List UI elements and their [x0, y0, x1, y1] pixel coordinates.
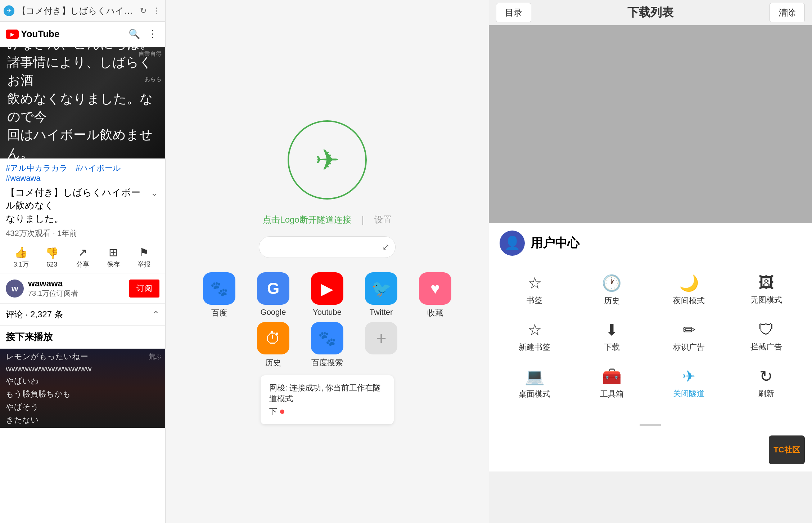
feature-new-bookmark[interactable]: ☆ 新建书签 [500, 317, 570, 356]
youtube-menu-icon[interactable]: ⋮ [146, 26, 159, 42]
favorites-label: 收藏 [427, 308, 443, 318]
center-links: 点击Logo断开隧道连接 ｜ 设置 [263, 214, 391, 225]
refresh-label: 刷新 [758, 388, 774, 399]
icon-favorites[interactable]: ♥ 收藏 [414, 272, 457, 318]
youtube-next-label: 接下来播放 [0, 326, 165, 349]
feature-refresh[interactable]: ↻ 刷新 [731, 363, 802, 403]
user-avatar: 👤 [500, 231, 525, 256]
youtube-label: Youtube [313, 308, 342, 317]
desktop-mode-icon: 💻 [525, 367, 545, 386]
youtube-dislike-button[interactable]: 👎 623 [36, 247, 67, 268]
telegram-circle-logo[interactable]: ✈ [288, 120, 367, 200]
download-icon: ⬇ [605, 321, 618, 339]
icon-baidu-search[interactable]: 🐾 百度搜索 [306, 322, 349, 368]
disconnect-link[interactable]: 点击Logo断开隧道连接 [263, 214, 351, 225]
feature-download[interactable]: ⬇ 下载 [577, 317, 647, 356]
user-header: 👤 用户中心 [500, 231, 801, 256]
baidu-search-icon-circle: 🐾 [311, 322, 343, 354]
download-label: 下载 [604, 342, 620, 353]
youtube-save-button[interactable]: ⊞ 保存 [98, 246, 128, 269]
new-bookmark-icon: ☆ [528, 321, 542, 339]
icon-youtube[interactable]: ▶ Youtube [306, 272, 349, 318]
youtube-search-icon[interactable]: 🔍 [126, 26, 142, 42]
next-caption-1: レモンがもったいねー [6, 351, 159, 362]
youtube-report-button[interactable]: ⚑ 举报 [129, 246, 159, 269]
desktop-mode-label: 桌面模式 [519, 389, 550, 399]
dislike-icon: 👎 [45, 247, 59, 259]
center-search-bar[interactable]: ⤢ [259, 236, 396, 258]
next-caption-4: もう勝負勝ちかも [6, 389, 159, 399]
download-list-title: 下载列表 [531, 5, 770, 21]
mark-ad-icon: ✏ [682, 321, 696, 339]
youtube-title-expand[interactable]: ⌄ [149, 187, 159, 200]
next-caption-3: やばいわ [6, 376, 159, 386]
right-top-bar: 目录 下载列表 清除 [489, 0, 812, 25]
icon-google[interactable]: G Google [252, 272, 295, 318]
add-icon-circle: + [365, 322, 397, 354]
link-divider: ｜ [358, 214, 367, 225]
youtube-logo-icon: ▶ [6, 30, 19, 39]
subscribe-button[interactable]: 订阅 [129, 280, 159, 298]
history-label: 历史 [604, 295, 620, 306]
icon-twitter[interactable]: 🐦 Twitter [360, 272, 403, 318]
channel-subs: 73.1万位订阅者 [28, 289, 125, 298]
channel-avatar: w [6, 280, 24, 298]
history-label: 历史 [265, 357, 281, 368]
next-caption-2: wwwwwwwwwwwwwww [6, 364, 159, 374]
youtube-channel: w wawawa 73.1万位订阅者 订阅 [0, 273, 165, 304]
history-icon: 🕐 [602, 274, 622, 292]
feature-no-image-mode[interactable]: 🖼 无图模式 [731, 270, 802, 310]
youtube-actions: 👍 3.1万 👎 623 ↗ 分享 ⊞ 保存 ⚑ 举报 [0, 242, 165, 273]
youtube-share-button[interactable]: ↗ 分享 [67, 246, 98, 269]
status-char: 下 [269, 406, 277, 417]
center-logo-area: ✈ 点击Logo断开隧道连接 ｜ 设置 ⤢ 🐾 百度 G [183, 0, 471, 523]
feature-grid: ☆ 书签 🕐 历史 🌙 夜间模式 🖼 无图模式 ☆ 新建书签 ⬇ [500, 267, 801, 407]
settings-link[interactable]: 设置 [374, 214, 392, 225]
feature-night-mode[interactable]: 🌙 夜间模式 [654, 270, 724, 310]
icon-add[interactable]: + [360, 322, 403, 368]
refresh-button[interactable]: ↻ [139, 5, 148, 17]
feature-bookmarks[interactable]: ☆ 书签 [500, 270, 570, 310]
youtube-tags: #アル中カラカラ #ハイボール #wawawa [0, 158, 165, 186]
youtube-video-area[interactable]: 草 えー だろうな やったー みなさん、こんにちは。諸事情により、しばらくお酒飲… [0, 47, 165, 158]
twitter-label: Twitter [370, 308, 393, 317]
telegram-plane-icon: ✈ [315, 143, 339, 177]
youtube-caption-main: みなさん、こんにちは。諸事情により、しばらくお酒飲めなくなりました。なので今回は… [7, 47, 158, 158]
channel-info: wawawa 73.1万位订阅者 [28, 278, 125, 298]
feature-close-tunnel[interactable]: ✈ 关闭隧道 [654, 363, 724, 403]
icon-baidu[interactable]: 🐾 百度 [198, 272, 241, 318]
browser-menu-button[interactable]: ⋮ [151, 5, 162, 17]
youtube-watermark: 自業自得 [139, 50, 162, 58]
browser-bar: ✈ 【コメ付き】しばらくハイボール飲めな ↻ ⋮ [0, 0, 165, 22]
url-bar[interactable]: 【コメ付き】しばらくハイボール飲めな [17, 5, 136, 17]
bookmarks-icon: ☆ [528, 274, 542, 292]
comments-label: 评论 · 2,327 条 [6, 309, 63, 320]
bottom-dash [640, 424, 661, 426]
youtube-corner-text: あらら [144, 76, 162, 83]
comments-expand-icon[interactable]: ⌃ [152, 309, 159, 319]
telegram-icon: ✈ [4, 5, 14, 16]
youtube-views: 432万次观看 · 1年前 [0, 225, 165, 242]
status-row: 下 [269, 406, 385, 417]
feature-block-ad[interactable]: 🛡 拦截广告 [731, 317, 802, 356]
clear-button[interactable]: 清除 [770, 3, 805, 22]
search-expand-icon[interactable]: ⤢ [382, 242, 389, 252]
dir-button[interactable]: 目录 [496, 3, 531, 22]
youtube-logo[interactable]: ▶ YouTube [6, 28, 59, 40]
feature-history[interactable]: 🕐 历史 [577, 270, 647, 310]
new-bookmark-label: 新建书签 [519, 342, 550, 353]
feature-toolbox[interactable]: 🧰 工具箱 [577, 363, 647, 403]
block-ad-icon: 🛡 [758, 321, 774, 339]
right-panel: 目录 下载列表 清除 👤 用户中心 ☆ 书签 🕐 历史 🌙 夜间模 [489, 0, 812, 523]
youtube-icon-circle: ▶ [311, 272, 343, 305]
icon-history[interactable]: ⏱ 历史 [252, 322, 295, 368]
channel-name[interactable]: wawawa [28, 278, 125, 289]
center-icons-grid: 🐾 百度 G Google ▶ Youtube [183, 272, 471, 368]
youtube-like-button[interactable]: 👍 3.1万 [6, 246, 36, 269]
share-icon: ↗ [78, 246, 87, 259]
feature-desktop-mode[interactable]: 💻 桌面模式 [500, 363, 570, 403]
feature-mark-ad[interactable]: ✏ 标识广告 [654, 317, 724, 356]
save-icon: ⊞ [109, 246, 118, 259]
next-banner: 荒ぶ [149, 352, 162, 361]
youtube-next-video[interactable]: レモンがもったいねー wwwwwwwwwwwwwww やばいわ もう勝負勝ちかも… [0, 349, 165, 428]
